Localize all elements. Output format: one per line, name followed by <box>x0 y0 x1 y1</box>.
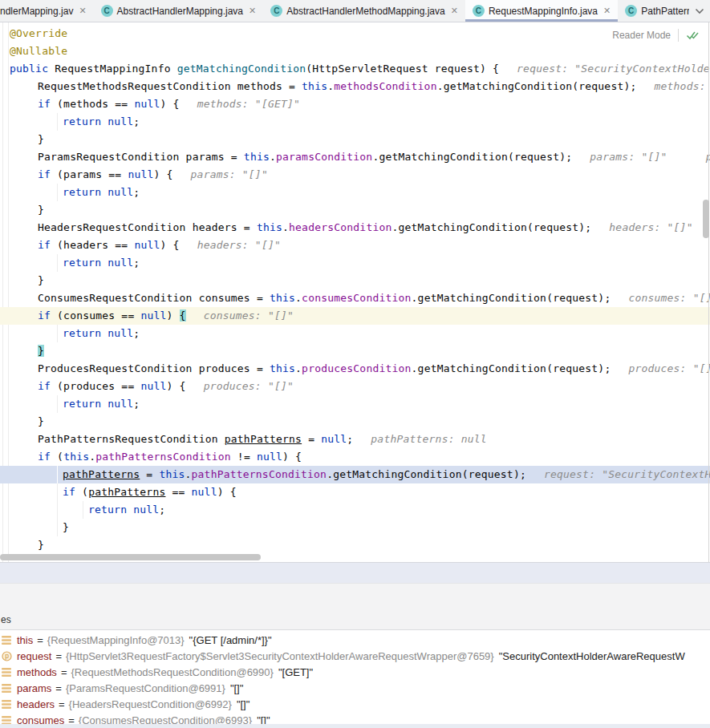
reader-mode-button[interactable]: Reader Mode <box>612 30 671 41</box>
variable-row[interactable]: prequest={HttpServlet3RequestFactory$Ser… <box>0 648 710 664</box>
code-token: . <box>295 292 302 304</box>
code-token: return <box>63 186 101 198</box>
editor-tab[interactable]: CPathPatternsRequ <box>618 0 689 22</box>
indent-guide <box>57 184 58 201</box>
variable-row[interactable]: methods={RequestMethodsRequestCondition@… <box>0 664 710 680</box>
variable-row[interactable]: headers={HeadersRequestCondition@6992}"[… <box>0 696 710 712</box>
vertical-scrollbar-thumb[interactable] <box>703 200 709 238</box>
indent-guide <box>57 395 58 413</box>
indent-guide <box>57 483 58 501</box>
code-token: if <box>38 239 51 251</box>
inline-debugger-hint: produces: "[]" <box>628 362 710 374</box>
editor-tab[interactable]: CAbstractHandlerMethodMapping.java✕ <box>263 0 465 22</box>
code-token: pathPatterns <box>63 468 140 480</box>
code-token: null <box>140 380 166 392</box>
code-token: ; <box>133 186 140 198</box>
horizontal-scrollbar[interactable] <box>0 553 710 561</box>
debug-tab-label-fragment[interactable]: es <box>1 614 11 625</box>
code-line: ParamsRequestCondition params = this.par… <box>0 148 710 166</box>
code-line: } <box>0 342 710 360</box>
code-token: HeadersRequestCondition headers = <box>38 221 257 233</box>
variable-value: "[]" <box>230 682 243 694</box>
close-tab-icon[interactable]: ✕ <box>603 6 611 15</box>
code-token: .getMatchingCondition(request); <box>392 221 592 233</box>
code-token <box>101 186 108 198</box>
horizontal-scrollbar-thumb[interactable] <box>0 554 261 560</box>
code-line: @Override <box>0 25 710 42</box>
close-tab-icon[interactable]: ✕ <box>249 6 256 15</box>
code-token: } <box>63 521 69 533</box>
code-token <box>101 257 108 269</box>
code-token: } <box>38 204 44 216</box>
equals-sign: = <box>61 666 67 678</box>
close-tab-icon[interactable]: ✕ <box>79 6 86 15</box>
code-token: ; <box>347 433 353 445</box>
debugger-variables-panel[interactable]: this={RequestMappingInfo@7013}"{GET [/ad… <box>0 629 710 728</box>
code-token: } <box>38 539 44 551</box>
code-line: HeadersRequestCondition headers = this.h… <box>0 219 710 237</box>
code-line: RequestMethodsRequestCondition methods =… <box>0 78 710 95</box>
variable-row[interactable]: this={RequestMappingInfo@7013}"{GET [/ad… <box>0 632 710 648</box>
code-token: RequestMethodsRequestCondition methods = <box>38 80 302 92</box>
code-token: ( <box>51 451 63 463</box>
variable-row[interactable]: params={ParamsRequestCondition@6991}"[]" <box>0 680 710 696</box>
variable-icon <box>2 667 12 677</box>
java-class-icon: C <box>270 5 282 17</box>
code-line: if (headers == null) {headers: "[]" <box>0 237 710 254</box>
java-class-icon: C <box>625 5 637 17</box>
code-token: return <box>63 257 101 269</box>
code-token: ) <box>167 309 180 322</box>
parameter-icon: p <box>2 651 12 661</box>
code-token <box>101 327 108 339</box>
variable-name: headers <box>17 698 55 710</box>
inspections-ok-check-icon[interactable] <box>686 30 699 41</box>
code-token: ; <box>133 398 140 410</box>
debug-panel-header-band <box>0 562 710 583</box>
equals-sign: = <box>55 650 62 662</box>
variable-value: "[]" <box>237 698 250 710</box>
variable-icon <box>2 699 12 710</box>
editor-tab[interactable]: CAbstractHandlerMapping.java✕ <box>94 0 264 22</box>
variable-value: "{GET [/admin/*]}" <box>189 634 272 646</box>
code-area: @Override@Nullablepublic RequestMappingI… <box>0 25 710 554</box>
code-token: .getMatchingCondition(request); <box>437 80 637 92</box>
inline-debugger-hint: headers: "[]" <box>609 221 692 233</box>
code-token: pathPatternsCondition <box>192 468 327 480</box>
code-token: ) { <box>160 239 180 251</box>
tab-overflow-chevron-button[interactable] <box>689 0 710 22</box>
code-token: } <box>38 415 44 427</box>
code-token: paramsCondition <box>276 151 372 163</box>
code-editor[interactable]: @Override@Nullablepublic RequestMappingI… <box>0 22 710 562</box>
code-token: if <box>63 486 75 498</box>
variable-type-ref: {ParamsRequestCondition@6991} <box>66 682 225 694</box>
editor-tab[interactable]: CRequestMappingInfo.java✕ <box>465 0 618 22</box>
tab-label: AbstractHandlerMapping.java <box>117 6 243 17</box>
close-tab-icon[interactable]: ✕ <box>451 6 458 15</box>
code-line: if (this.pathPatternsCondition != null) … <box>0 448 710 466</box>
editor-floating-toolbar: Reader Mode <box>612 29 699 42</box>
code-token: this <box>270 362 295 374</box>
inline-debugger-hint: methods: <box>655 80 706 92</box>
code-token: . <box>282 221 289 233</box>
inline-debugger-hint: pathPatterns: null <box>371 433 486 445</box>
code-token: null <box>321 433 347 445</box>
code-token: @Override <box>10 27 67 39</box>
variable-name: methods <box>17 666 57 678</box>
vertical-scrollbar[interactable] <box>703 22 709 562</box>
indent-guide <box>57 466 58 483</box>
variable-name: this <box>17 634 33 646</box>
code-token: return <box>88 504 127 516</box>
code-token: (params == <box>51 168 128 180</box>
editor-tab-bar: ndlerMapping.jav✕CAbstractHandlerMapping… <box>0 0 710 22</box>
code-token: null <box>108 398 133 410</box>
code-line: } <box>0 201 710 219</box>
code-line: return null; <box>0 501 710 519</box>
inline-debugger-hint: request: "SecurityContextHolde <box>517 63 710 75</box>
ide-window: ndlerMapping.jav✕CAbstractHandlerMapping… <box>0 0 710 728</box>
inline-debugger-hint: request: "SecurityContextH <box>544 468 710 480</box>
code-token: . <box>295 362 302 374</box>
indent-guide <box>57 113 58 131</box>
code-token: this <box>159 468 185 480</box>
code-token: ; <box>133 115 140 127</box>
editor-tab[interactable]: ndlerMapping.jav✕ <box>0 0 94 22</box>
